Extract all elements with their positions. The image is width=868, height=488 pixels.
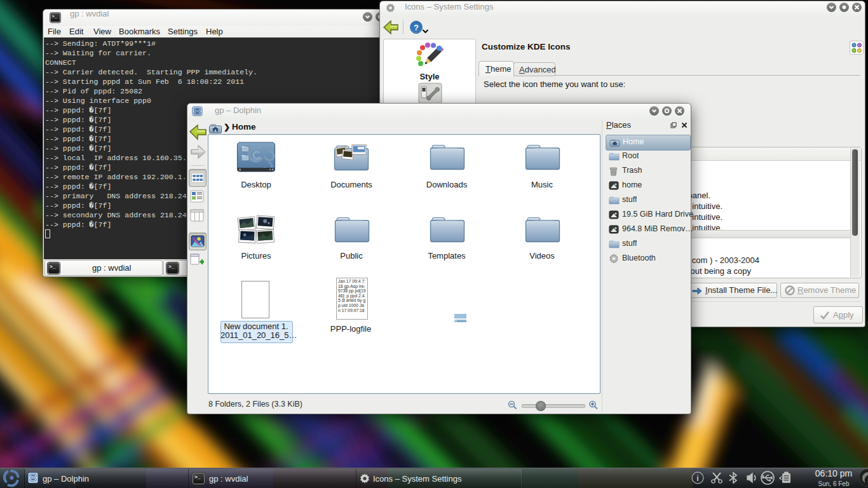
svg-text:?: ? xyxy=(414,23,419,32)
